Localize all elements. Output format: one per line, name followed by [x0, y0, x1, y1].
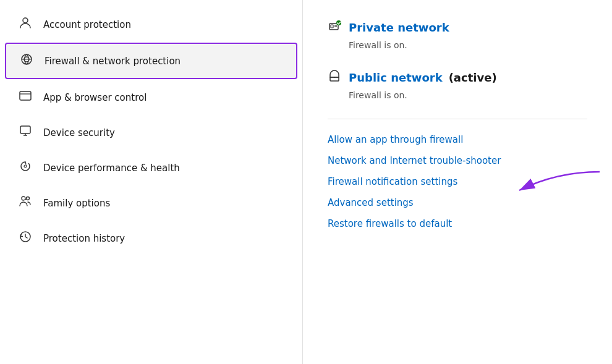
private-network-title-row: Private network — [328, 19, 587, 36]
public-network-badge: (active) — [449, 71, 497, 84]
device-performance-icon — [17, 159, 33, 176]
sidebar-item-account-protection-label: Account protection — [43, 19, 131, 30]
sidebar-item-firewall-network[interactable]: Firewall & network protection — [5, 43, 297, 79]
network-internet-troubleshooter-link[interactable]: Network and Internet trouble-shooter — [328, 155, 587, 166]
sidebar-item-family-options[interactable]: Family options — [5, 186, 297, 220]
sidebar-item-account-protection[interactable]: Account protection — [5, 7, 297, 41]
sidebar-item-app-browser[interactable]: App & browser control — [5, 80, 297, 114]
arrow-svg — [495, 166, 606, 203]
private-network-status: Firewall is on. — [349, 40, 587, 50]
svg-point-16 — [334, 77, 335, 78]
svg-point-0 — [23, 18, 28, 23]
account-protection-icon — [17, 16, 33, 33]
public-network-icon — [328, 69, 342, 87]
family-options-icon — [17, 195, 33, 211]
sidebar-item-device-performance[interactable]: Device performance & health — [5, 151, 297, 185]
firewall-network-icon — [19, 53, 35, 69]
public-network-section: Public network (active) Firewall is on. — [328, 69, 587, 100]
sidebar-item-device-performance-label: Device performance & health — [43, 163, 180, 174]
private-network-title: Private network — [349, 21, 449, 34]
sidebar-item-protection-history[interactable]: Protection history — [5, 221, 297, 255]
public-network-title-row: Public network (active) — [328, 69, 587, 87]
arrow-annotation — [495, 166, 606, 203]
protection-history-icon — [17, 230, 33, 247]
sidebar-item-device-security-label: Device security — [43, 127, 115, 138]
sidebar-item-protection-history-label: Protection history — [43, 233, 125, 244]
app-browser-icon — [17, 89, 33, 106]
section-divider — [328, 119, 587, 119]
restore-firewalls-to-default-link[interactable]: Restore firewalls to default — [328, 218, 587, 229]
svg-point-7 — [22, 197, 25, 200]
svg-rect-11 — [331, 25, 333, 28]
sidebar-item-device-security[interactable]: Device security — [5, 116, 297, 150]
private-network-section: Private network Firewall is on. — [328, 19, 587, 50]
sidebar: Account protection Firewall & network pr… — [0, 0, 303, 364]
device-security-icon — [17, 124, 33, 141]
private-network-icon — [328, 19, 342, 36]
right-panel: Private network Firewall is on. Public n… — [303, 0, 612, 364]
sidebar-item-app-browser-label: App & browser control — [43, 92, 147, 103]
svg-rect-2 — [20, 91, 31, 100]
svg-rect-4 — [20, 126, 30, 133]
allow-app-through-firewall-link[interactable]: Allow an app through firewall — [328, 134, 587, 145]
sidebar-item-firewall-network-label: Firewall & network protection — [45, 56, 181, 67]
sidebar-item-family-options-label: Family options — [43, 198, 110, 209]
public-network-title: Public network — [349, 71, 443, 84]
public-network-status: Firewall is on. — [349, 90, 587, 100]
